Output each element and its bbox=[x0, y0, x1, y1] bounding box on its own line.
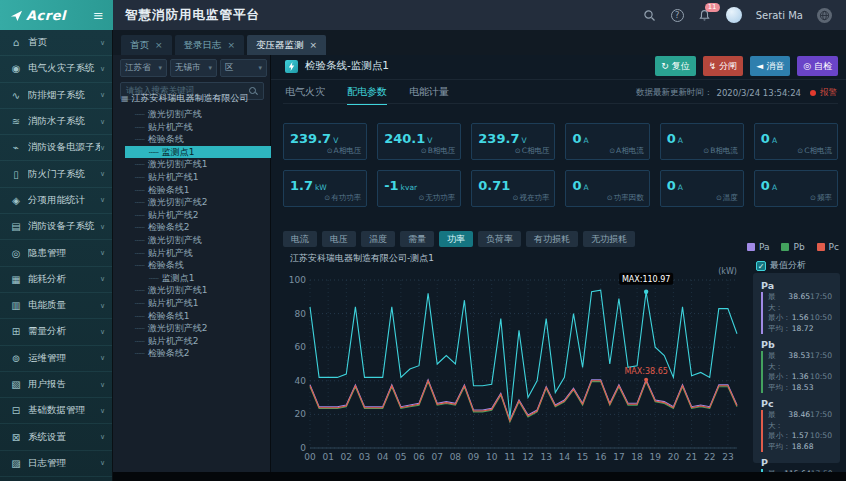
language-globe-icon[interactable] bbox=[817, 8, 832, 23]
sidebar-item[interactable]: ⌂首页∨ bbox=[0, 30, 112, 56]
region-select[interactable]: 区▾ bbox=[220, 59, 267, 77]
stats-row: 最小：1.5610:50 bbox=[768, 313, 832, 324]
energy-analysis-icon: ▦ bbox=[9, 274, 23, 285]
sidebar-item[interactable]: ⊠系统设置∨ bbox=[0, 424, 112, 450]
power-trend-chart[interactable]: 0001020304050607080910111213141516171819… bbox=[282, 266, 744, 466]
stats-row: 平均：18.72 bbox=[768, 324, 832, 335]
chart-tab[interactable]: 无功损耗 bbox=[583, 231, 635, 247]
gauge-icon: ⊙ bbox=[607, 194, 613, 202]
tree-node[interactable]: ┄┄监测点1 bbox=[125, 146, 271, 159]
sidebar-item[interactable]: ⊞需量分析∨ bbox=[0, 319, 112, 345]
tree-node-label: 监测点1 bbox=[162, 147, 195, 157]
window-tab[interactable]: 变压器监测× bbox=[247, 35, 326, 55]
help-icon[interactable]: ? bbox=[671, 9, 684, 22]
chart-tab[interactable]: 功率 bbox=[439, 231, 473, 247]
sidebar-item[interactable]: ≋消防水子系统∨ bbox=[0, 109, 112, 135]
gauge-icon: ⊙ bbox=[515, 147, 521, 155]
chart-tab[interactable]: 需量 bbox=[400, 231, 434, 247]
sidebar-item[interactable]: ▦能耗分析∨ bbox=[0, 267, 112, 293]
reset-button-icon: ↻ bbox=[661, 61, 669, 71]
gauge-icon: ⊙ bbox=[324, 194, 330, 202]
tree-node[interactable]: ┄┄检验条线1 bbox=[113, 310, 271, 323]
avatar[interactable] bbox=[726, 7, 742, 23]
sidebar-item[interactable]: ⌁消防设备电源子系统∨ bbox=[0, 135, 112, 161]
menu-toggle-icon[interactable]: ≡ bbox=[93, 8, 104, 23]
sidebar-item[interactable]: ⊟基础数据管理∨ bbox=[0, 398, 112, 424]
chevron-down-icon: ∨ bbox=[100, 407, 105, 415]
tree-node[interactable]: ┄┄贴片机产线 bbox=[113, 247, 271, 260]
sidebar-item-label: 系统设置 bbox=[28, 431, 100, 444]
stat-time: 17:50 bbox=[810, 292, 832, 313]
region-select[interactable]: 江苏省▾ bbox=[120, 59, 167, 77]
tab-item[interactable]: 电气火灾 bbox=[285, 85, 325, 105]
alarm-status-label: 报警 bbox=[820, 87, 837, 99]
tab-item[interactable]: 电能计量 bbox=[409, 85, 449, 105]
sidebar-item[interactable]: ▤消防设备子系统∨ bbox=[0, 214, 112, 240]
tree-node[interactable]: ┄┄激光切割产线2 bbox=[113, 196, 271, 209]
stats-rows: 最大：38.4617:50最小：1.5710:50平均：18.68 bbox=[761, 410, 832, 452]
chart-tab[interactable]: 电压 bbox=[322, 231, 356, 247]
stat-key: 最小： bbox=[768, 431, 791, 442]
tree-node[interactable]: ┄┄激光切割产线1 bbox=[113, 158, 271, 171]
sidebar-item[interactable]: ◈分项用能统计∨ bbox=[0, 188, 112, 214]
tree-node[interactable]: ┄┄检验条线 bbox=[113, 133, 271, 146]
parameter-card: 0A⊙温度 bbox=[660, 170, 744, 207]
sidebar-item[interactable]: ▯防火门子系统∨ bbox=[0, 161, 112, 187]
tree-node[interactable]: ┄┄贴片机产线2 bbox=[113, 209, 271, 222]
tree-node[interactable]: ┄┄检验条线1 bbox=[113, 184, 271, 197]
stat-value: 38.53 bbox=[788, 351, 810, 372]
tree-node[interactable]: ┄┄贴片机产线 bbox=[113, 121, 271, 134]
sidebar-item[interactable]: ◎隐患管理∨ bbox=[0, 240, 112, 266]
tree-connector: ┄┄ bbox=[135, 160, 145, 169]
mute-button[interactable]: ◄消音 bbox=[750, 56, 790, 76]
tree-node[interactable]: ┄┄激光切割产线2 bbox=[113, 322, 271, 335]
base-data-icon: ⊟ bbox=[9, 405, 23, 416]
window-tab[interactable]: 登录日志× bbox=[175, 35, 245, 55]
region-select[interactable]: 无锡市▾ bbox=[170, 59, 217, 77]
sidebar-item-label: 日志管理 bbox=[28, 457, 100, 470]
power-quality-icon: ▥ bbox=[9, 300, 23, 311]
legend-item[interactable]: Pb bbox=[781, 242, 804, 252]
tree-node[interactable]: ┄┄检验条线 bbox=[113, 259, 271, 272]
tree-node[interactable]: ┄┄激光切割产线 bbox=[113, 108, 271, 121]
tab-close-icon[interactable]: × bbox=[228, 40, 236, 50]
bottom-scroll-strip[interactable] bbox=[113, 472, 846, 481]
self-check-button[interactable]: ◎自检 bbox=[797, 56, 838, 76]
sidebar-item[interactable]: ∿防排烟子系统∨ bbox=[0, 83, 112, 109]
tree-node[interactable]: ┄┄贴片机产线2 bbox=[113, 335, 271, 348]
chart-tab[interactable]: 电流 bbox=[283, 231, 317, 247]
tab-active[interactable]: 配电参数 bbox=[347, 85, 387, 105]
stats-group: Pa最大：38.6517:50最小：1.5610:50平均：18.72 bbox=[761, 280, 832, 334]
sidebar-item[interactable]: ⊚运维管理∨ bbox=[0, 346, 112, 372]
company-node[interactable]: ▦ 江苏安科瑞电器制造有限公司 bbox=[113, 88, 271, 108]
chart-tab[interactable]: 有功损耗 bbox=[526, 231, 578, 247]
tree-node[interactable]: ┄┄激光切割产线1 bbox=[113, 284, 271, 297]
tree-node[interactable]: ┄┄贴片机产线1 bbox=[113, 171, 271, 184]
tree-connector: ┄┄ bbox=[135, 312, 145, 321]
trip-button[interactable]: ↯分闸 bbox=[703, 56, 744, 76]
sidebar-item[interactable]: ▧用户报告∨ bbox=[0, 372, 112, 398]
tree-node[interactable]: ┄┄检验条线2 bbox=[113, 221, 271, 234]
chart-tab[interactable]: 温度 bbox=[361, 231, 395, 247]
window-tabstrip: 首页×登录日志×变压器监测× bbox=[113, 30, 846, 55]
window-tab[interactable]: 首页× bbox=[121, 35, 172, 55]
legend-item[interactable]: Pa bbox=[747, 242, 770, 252]
search-icon[interactable] bbox=[643, 8, 657, 22]
notification-bell-icon[interactable]: 11 bbox=[698, 8, 712, 22]
max-analysis-checkbox[interactable]: ✓ 最值分析 bbox=[756, 259, 806, 272]
sidebar-item[interactable]: ◉电气火灾子系统∨ bbox=[0, 56, 112, 82]
sidebar-item[interactable]: ▥电能质量∨ bbox=[0, 293, 112, 319]
tree-node[interactable]: ┄┄检验条线2 bbox=[113, 347, 271, 360]
tree-node[interactable]: ┄┄贴片机产线1 bbox=[113, 297, 271, 310]
tree-node[interactable]: ┄┄激光切割产线 bbox=[113, 234, 271, 247]
card-value-line: 239.7V bbox=[478, 128, 548, 147]
stat-time: 10:50 bbox=[810, 431, 832, 442]
legend-item[interactable]: Pc bbox=[817, 242, 839, 252]
sidebar-item-label: 电能质量 bbox=[28, 299, 100, 312]
reset-button[interactable]: ↻复位 bbox=[655, 56, 696, 76]
tree-node[interactable]: ┄┄监测点1 bbox=[113, 272, 271, 285]
tab-close-icon[interactable]: × bbox=[310, 40, 318, 50]
sidebar-item[interactable]: ▨日志管理∨ bbox=[0, 451, 112, 477]
tab-close-icon[interactable]: × bbox=[155, 40, 163, 50]
chart-tab[interactable]: 负荷率 bbox=[478, 231, 521, 247]
